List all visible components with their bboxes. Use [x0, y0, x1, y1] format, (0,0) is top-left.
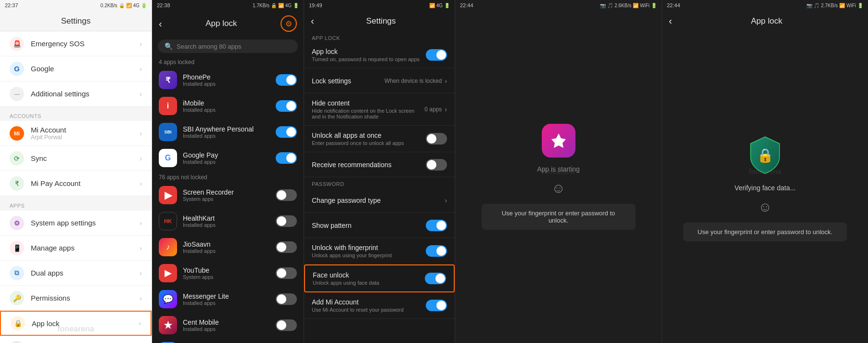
- list-item[interactable]: ₹ PhonePe Installed apps: [152, 67, 304, 93]
- app-toggle[interactable]: [276, 241, 297, 253]
- app-type: Installed apps: [183, 81, 270, 87]
- settings-item-additional[interactable]: ··· Additional settings ›: [0, 81, 152, 106]
- settings-item-google[interactable]: G Google ›: [0, 56, 152, 81]
- item-title: Receive recommendations: [312, 161, 426, 169]
- status-icons-3: 📶 4G 🔋: [429, 3, 450, 8]
- item-value: 0 apps: [424, 106, 442, 113]
- settings-lock-settings[interactable]: Lock settings When device is locked ›: [304, 68, 455, 93]
- settings-item-dual-apps[interactable]: ⧉ Dual apps ›: [0, 261, 152, 286]
- system-app-icon: ⚙: [10, 216, 24, 230]
- panel-face-verify: 22:44 📷 🎵 2.7KB/s 📶 WiFi 🔋 ‹ App lock: [662, 0, 868, 343]
- fingerprint-toggle[interactable]: [426, 245, 447, 257]
- settings-item-sync[interactable]: ⟳ Sync ›: [0, 146, 152, 171]
- mi-account-toggle[interactable]: [426, 300, 447, 311]
- google-icon: G: [10, 62, 24, 76]
- settings-recommendations[interactable]: Receive recommendations: [304, 152, 455, 177]
- chevron-icon: ›: [140, 294, 142, 302]
- list-item[interactable]: HK HealthKart Installed apps: [152, 208, 304, 234]
- recommendations-toggle[interactable]: [426, 159, 447, 171]
- settings-change-password[interactable]: Change password type ›: [304, 188, 455, 213]
- settings-title: Settings: [314, 16, 448, 26]
- item-title: Unlock all apps at once: [312, 132, 426, 139]
- panel-app-starting: 22:44 📷 🎵 2.6KB/s 📶 WiFi 🔋 App is starti…: [455, 0, 662, 343]
- item-sub: Hide notification content on the Lock sc…: [312, 108, 424, 119]
- settings-hide-content[interactable]: Hide content Hide notification content o…: [304, 93, 455, 126]
- app-type: Installed apps: [183, 248, 270, 254]
- settings-item-emergency-sos[interactable]: 🚨 Emergency SOS ›: [0, 31, 152, 56]
- settings-add-mi-account[interactable]: Add Mi Account Use Mi Account to reset y…: [304, 292, 455, 319]
- app-toggle[interactable]: [276, 74, 297, 86]
- status-time-5: 22:44: [667, 2, 680, 8]
- settings-item-manage-apps[interactable]: 📱 Manage apps ›: [0, 236, 152, 261]
- list-item[interactable]: ★ Cent Mobile Installed apps: [152, 312, 304, 338]
- chevron-icon: ›: [140, 180, 142, 187]
- back-button[interactable]: ‹: [311, 15, 314, 26]
- list-item[interactable]: i iMobile Installed apps: [152, 93, 304, 119]
- list-item[interactable]: G Google Opinion Rewards Installed apps: [152, 338, 304, 343]
- app-name: SBI Anywhere Personal: [183, 125, 270, 133]
- item-title: Add Mi Account: [312, 298, 426, 306]
- dual-apps-label: Dual apps: [31, 269, 140, 277]
- chevron-icon: ›: [139, 319, 141, 327]
- face-unlock-toggle[interactable]: [425, 273, 446, 284]
- svg-text:🔒: 🔒: [757, 147, 774, 163]
- item-title: Show pattern: [312, 222, 426, 229]
- healthkart-icon: HK: [159, 212, 177, 230]
- settings-face-unlock[interactable]: Face unlock Unlock apps using face data: [304, 264, 455, 292]
- item-value: When device is locked: [384, 78, 442, 84]
- list-item[interactable]: 💬 Messenger Lite Installed apps: [152, 286, 304, 312]
- manage-apps-label: Manage apps: [31, 244, 140, 252]
- emergency-sos-icon: 🚨: [10, 37, 24, 51]
- settings-unlock-all[interactable]: Unlock all apps at once Enter password o…: [304, 126, 455, 152]
- sync-icon: ⟳: [10, 151, 24, 166]
- not-locked-section-label: 76 apps not locked: [152, 171, 304, 182]
- list-item[interactable]: G Google Pay Installed apps: [152, 145, 304, 171]
- unlock-all-toggle[interactable]: [426, 133, 447, 145]
- settings-app-lock-toggle[interactable]: App lock Turned on, password is required…: [304, 42, 455, 68]
- app-lock-header: ‹ App lock ⚙: [152, 11, 304, 37]
- face-verify-content: 🔒 Verifying face data... ☺ Use your fing…: [662, 31, 868, 343]
- app-toggle[interactable]: [276, 100, 297, 112]
- mi-account-info: Mi Account Arpit Porwal: [31, 126, 140, 141]
- item-sub: Use Mi Account to reset your password: [312, 307, 426, 313]
- status-icons-4: 📷 🎵 2.6KB/s 📶 WiFi 🔋: [600, 3, 657, 8]
- settings-item-system-app[interactable]: ⚙ System app settings ›: [0, 211, 152, 236]
- list-item[interactable]: SBI SBI Anywhere Personal Installed apps: [152, 119, 304, 145]
- back-button-5[interactable]: ‹: [669, 15, 672, 26]
- app-toggle[interactable]: [276, 126, 297, 138]
- cent-mobile-icon: ★: [159, 316, 177, 334]
- shield-icon: 🔒: [743, 133, 787, 176]
- list-item[interactable]: ♪ JioSaavn Installed apps: [152, 234, 304, 260]
- app-toggle[interactable]: [276, 189, 297, 201]
- app-toggle[interactable]: [276, 152, 297, 164]
- list-item[interactable]: ▶ YouTube System apps: [152, 260, 304, 286]
- app-name: Screen Recorder: [183, 188, 270, 196]
- settings-item-permissions[interactable]: 🔑 Permissions ›: [0, 286, 152, 311]
- app-lock-toggle[interactable]: [426, 49, 447, 61]
- list-item[interactable]: ▶ Screen Recorder System apps: [152, 182, 304, 208]
- app-name: iMobile: [183, 99, 270, 107]
- search-bar[interactable]: 🔍 Search among 80 apps: [158, 40, 298, 53]
- app-preview-icon: [542, 124, 575, 158]
- settings-item-user-guide[interactable]: 📖 User guide ›: [0, 336, 152, 343]
- app-toggle[interactable]: [276, 293, 297, 305]
- apps-section: APPS: [0, 196, 152, 211]
- dual-apps-icon: ⧉: [10, 266, 24, 280]
- app-type: Installed apps: [183, 326, 270, 332]
- fingerprint-unlock-button-5[interactable]: Use your fingerprint or enter password t…: [683, 223, 847, 241]
- settings-show-pattern[interactable]: Show pattern: [304, 213, 455, 238]
- chevron-icon: ›: [140, 269, 142, 277]
- chevron-icon: ›: [140, 40, 142, 48]
- settings-item-mi-account[interactable]: Mi Mi Account Arpit Porwal ›: [0, 121, 152, 146]
- app-toggle[interactable]: [276, 267, 297, 279]
- settings-item-mipay[interactable]: ₹ Mi Pay Account ›: [0, 171, 152, 196]
- back-button[interactable]: ‹: [159, 18, 162, 29]
- status-bar-1: 22:37 0.2KB/s 🔒 📶 4G 🔋: [0, 0, 152, 11]
- settings-unlock-fingerprint[interactable]: Unlock with fingerprint Unlock apps usin…: [304, 238, 455, 264]
- permissions-icon: 🔑: [10, 291, 24, 305]
- fingerprint-unlock-button[interactable]: Use your fingerprint or enter password t…: [482, 204, 636, 230]
- settings-gear-button[interactable]: ⚙: [281, 15, 297, 32]
- app-toggle[interactable]: [276, 319, 297, 331]
- show-pattern-toggle[interactable]: [426, 220, 447, 231]
- app-toggle[interactable]: [276, 215, 297, 227]
